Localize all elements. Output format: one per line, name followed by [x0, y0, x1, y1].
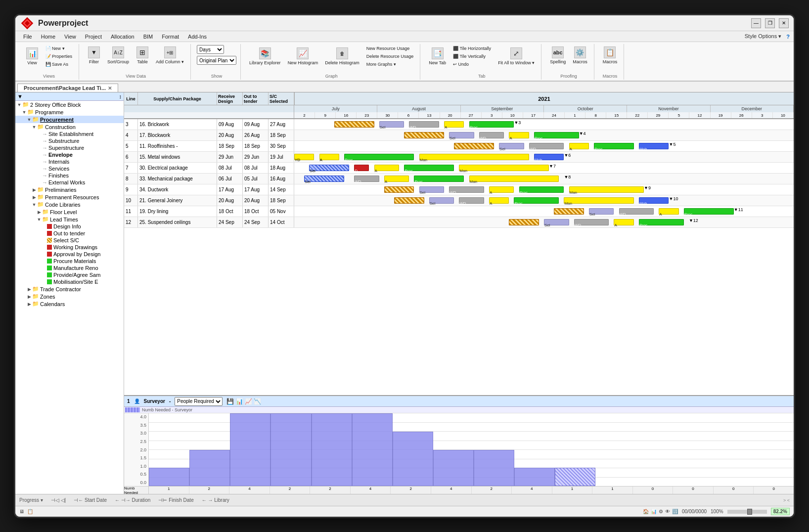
finish-date-item[interactable]: ⊣⊢ Finish Date [158, 497, 193, 503]
sort-button[interactable]: A↕Z Sort/Group [105, 45, 132, 66]
progress-item[interactable]: Progress ▾ [19, 497, 43, 503]
tree-item-codelibs[interactable]: ▼ 📁 Code Libraries [15, 201, 124, 208]
tree-item-zones[interactable]: ▶ 📁 Zones [15, 293, 124, 300]
tree-item-floorlevel[interactable]: ▶ 📁 Floor Level [15, 208, 124, 216]
delete-resource-button[interactable]: Delete Resource Usage [364, 53, 416, 60]
view-button[interactable]: 📊 View [23, 46, 41, 67]
plan-select[interactable]: Original Plan Current Plan [197, 56, 236, 65]
close-button[interactable]: ✕ [779, 18, 789, 28]
tree-label: Preliminaries [45, 187, 77, 193]
monitor-icon: 🖥 [19, 509, 24, 514]
macros2-button[interactable]: 📋 Macros [600, 45, 620, 66]
minimize-button[interactable]: — [751, 18, 761, 28]
tree-item-programme[interactable]: ▼ 📁 Programme [15, 108, 124, 116]
library-item[interactable]: ← → Library [202, 497, 229, 503]
menu-allocation[interactable]: Allocation [107, 33, 138, 41]
menu-file[interactable]: File [19, 33, 36, 41]
x-label: 2 [472, 487, 512, 494]
procurement-icon: 📁 [32, 116, 39, 123]
tree-item-services[interactable]: → Services [15, 165, 124, 172]
x-label: 2 [270, 487, 311, 494]
properties-button[interactable]: 📝 Properties [43, 53, 75, 60]
fit-all-button[interactable]: ⤢ Fit All to Window ▾ [495, 46, 537, 67]
week-16: 16 [336, 112, 357, 118]
tree-item-construction[interactable]: ▼ 📁 Construction [15, 123, 124, 131]
menu-addins[interactable]: Add-Ins [184, 33, 211, 41]
bar-number: ▼7 [549, 164, 556, 169]
histogram-icons: 💾 📊 📈 📉 [226, 398, 261, 405]
bar-sel: Sel [589, 208, 614, 215]
tree-item-procurement[interactable]: ▼ 📁 Procurement [15, 116, 124, 123]
tree-item-designinfo[interactable]: Design Info [15, 223, 124, 230]
tile-v-button[interactable]: ⬛ Tile Vertically [450, 53, 494, 60]
table-button[interactable]: ⊞ Table [134, 45, 151, 66]
library-button[interactable]: 📚 Library Explorer [247, 46, 283, 67]
bar-number: ▼3 [514, 120, 521, 125]
tree-item-procure[interactable]: Procure Materials [15, 258, 124, 265]
save-as-button[interactable]: 💾 Save As [43, 61, 75, 68]
tree-item-envelope[interactable]: → Envelope [15, 151, 124, 158]
tree-item-external[interactable]: → External Works [15, 179, 124, 186]
y-label: 3.0 [125, 431, 146, 436]
days-select[interactable]: Days Weeks Months [197, 45, 224, 54]
delete-histogram-button[interactable]: 🗑 Delete Histogram [322, 46, 362, 67]
add-column-button[interactable]: +⊞ Add Column ▾ [153, 45, 186, 66]
macros-button[interactable]: ⚙️ Macros [570, 45, 590, 66]
tree-item-prelim[interactable]: ▶ 📁 Preliminaries [15, 186, 124, 193]
duration-item[interactable]: ← ⊣→ Duration [115, 497, 150, 503]
tree-item-leadtimes[interactable]: ▼ 📁 Lead Times [15, 216, 124, 223]
tree-item-site[interactable]: → Site Establishment [15, 131, 124, 137]
more-graphs-button[interactable]: More Graphs ▾ [364, 61, 416, 68]
tree-item-mobilisation[interactable]: Mobilisation/Site E [15, 278, 124, 285]
tree-item-manufacture[interactable]: Manufacture Reno [15, 265, 124, 271]
tree-item-calendars[interactable]: ▶ 📁 Calendars [15, 300, 124, 308]
menu-home[interactable]: Home [37, 33, 59, 41]
menu-view[interactable]: View [60, 33, 80, 41]
x-label: 2 [391, 487, 431, 494]
tree-item-tradecontractor[interactable]: ▶ 📁 Trade Contractor [15, 285, 124, 293]
new-resource-button[interactable]: New Resource Usage [364, 45, 416, 52]
cell-out: 18 Sep [243, 141, 269, 151]
tree-item-approval[interactable]: Approval by Design [15, 251, 124, 258]
cell-receive: 06 Jul [217, 174, 243, 184]
tree-item-resources[interactable]: ▶ 📁 Permanent Resources [15, 193, 124, 201]
tree-item-office-block[interactable]: ▼ 📁 2 Storey Office Block [15, 101, 124, 108]
new-histogram-button[interactable]: 📈 New Histogram [285, 46, 321, 67]
histogram-resource-select[interactable]: People Required [175, 397, 223, 406]
tree-item-provide[interactable]: Provide/Agree Sam [15, 271, 124, 278]
tab-close-icon[interactable]: ✕ [108, 86, 112, 91]
new-tab-button[interactable]: 📑 New Tab [426, 46, 449, 67]
filter-button[interactable]: ▼ Filter [85, 45, 103, 66]
start-date-item[interactable]: ⊣← Start Date [74, 497, 107, 503]
tree-item-selectsc[interactable]: Select S/C [15, 237, 124, 244]
style-options-menu[interactable]: Style Options ▾ [745, 33, 781, 40]
menu-bim[interactable]: BIM [139, 33, 157, 41]
maximize-button[interactable]: ❐ [765, 18, 775, 28]
bar-proc: Proc [684, 208, 734, 215]
help-icon[interactable]: ? [786, 34, 790, 40]
tree-item-finishes[interactable]: → Finishes [15, 172, 124, 179]
spelling-button[interactable]: abc Spelling [547, 45, 568, 66]
menu-project[interactable]: Project [81, 33, 106, 41]
tile-h-button[interactable]: ⬛ Tile Horizontally [450, 45, 494, 52]
slider-thumb[interactable] [747, 509, 752, 515]
undo-button[interactable]: ↩ Undo [450, 61, 494, 68]
menu-format[interactable]: Format [158, 33, 183, 41]
tree-item-superstructure[interactable]: → Superstructure [15, 144, 124, 151]
bar-number: ▼12 [689, 218, 698, 223]
col-line-header: Line [124, 92, 138, 105]
tree-item-outtender[interactable]: Out to tender [15, 230, 124, 237]
bar-proc2: Proc [344, 154, 414, 160]
cell-out: 26 Aug [243, 130, 269, 140]
new-button[interactable]: 📄 New ▾ [43, 45, 75, 52]
tree-item-substructure[interactable]: → Substructure [15, 137, 124, 144]
cell-sc: 14 Sep [269, 184, 294, 195]
tree-item-internals[interactable]: → Internals [15, 158, 124, 165]
bar-mob: Mob [639, 143, 669, 149]
zoom-slider[interactable] [727, 510, 767, 514]
nav-arrows[interactable]: ⊣◁ ◁| [51, 497, 66, 503]
bar-number: ▼8 [564, 175, 571, 179]
tree-item-workingdrawings[interactable]: Working Drawings [15, 244, 124, 251]
tab-procurement[interactable]: Procurement\Package Lead Ti... ✕ [17, 84, 118, 92]
x-label: 2 [189, 487, 230, 494]
